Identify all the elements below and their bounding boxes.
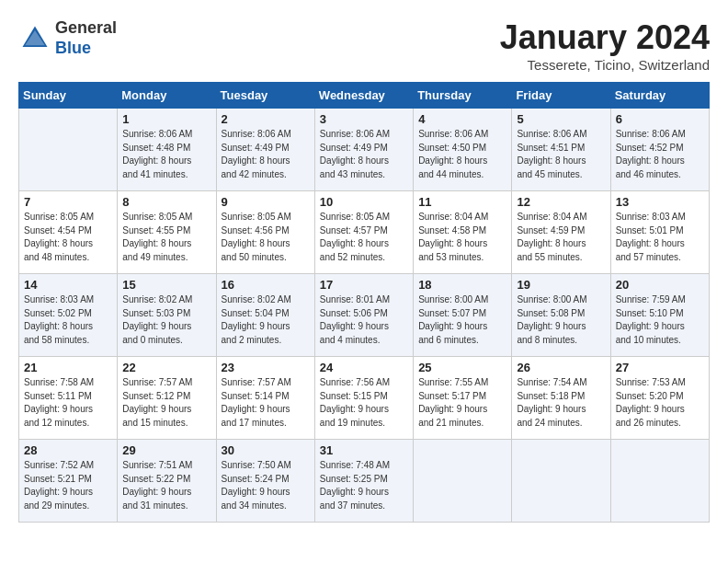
day-info: Sunrise: 7:59 AM Sunset: 5:10 PM Dayligh… [616,293,704,347]
calendar-week-row: 21Sunrise: 7:58 AM Sunset: 5:11 PM Dayli… [19,357,710,440]
calendar-day-cell: 13Sunrise: 8:03 AM Sunset: 5:01 PM Dayli… [610,191,709,274]
day-info: Sunrise: 8:05 AM Sunset: 4:54 PM Dayligh… [24,211,112,264]
day-info: Sunrise: 8:06 AM Sunset: 4:49 PM Dayligh… [320,128,408,181]
logo-icon [18,22,51,55]
calendar-day-cell: 14Sunrise: 8:03 AM Sunset: 5:02 PM Dayli… [19,274,118,357]
day-number: 27 [616,361,704,374]
weekday-header: Sunday [19,83,118,109]
day-number: 2 [222,112,310,126]
calendar-day-cell: 23Sunrise: 7:57 AM Sunset: 5:14 PM Dayli… [216,357,314,440]
day-info: Sunrise: 8:00 AM Sunset: 5:07 PM Dayligh… [418,293,506,347]
calendar-week-row: 7Sunrise: 8:05 AM Sunset: 4:54 PM Daylig… [19,191,710,274]
day-number: 6 [616,112,704,126]
weekday-header: Saturday [610,83,709,109]
day-number: 28 [24,443,112,457]
calendar-day-cell: 28Sunrise: 7:52 AM Sunset: 5:21 PM Dayli… [19,440,118,523]
calendar-day-cell: 8Sunrise: 8:05 AM Sunset: 4:55 PM Daylig… [118,191,216,274]
day-number: 11 [418,195,506,209]
calendar-day-cell: 30Sunrise: 7:50 AM Sunset: 5:24 PM Dayli… [216,440,314,523]
day-info: Sunrise: 7:54 AM Sunset: 5:18 PM Dayligh… [517,376,605,430]
weekday-header: Tuesday [216,83,314,109]
day-info: Sunrise: 8:02 AM Sunset: 5:03 PM Dayligh… [122,293,210,347]
weekday-header: Thursday [414,83,512,109]
day-info: Sunrise: 8:06 AM Sunset: 4:52 PM Dayligh… [616,128,704,181]
calendar-day-cell: 10Sunrise: 8:05 AM Sunset: 4:57 PM Dayli… [314,191,413,274]
day-info: Sunrise: 7:52 AM Sunset: 5:21 PM Dayligh… [24,459,112,512]
day-info: Sunrise: 8:04 AM Sunset: 4:58 PM Dayligh… [418,211,506,264]
calendar-day-cell: 17Sunrise: 8:01 AM Sunset: 5:06 PM Dayli… [314,274,413,357]
calendar-day-cell: 25Sunrise: 7:55 AM Sunset: 5:17 PM Dayli… [414,357,512,440]
day-info: Sunrise: 8:06 AM Sunset: 4:51 PM Dayligh… [517,128,605,181]
calendar-day-cell: 6Sunrise: 8:06 AM Sunset: 4:52 PM Daylig… [610,109,709,191]
calendar-day-cell: 5Sunrise: 8:06 AM Sunset: 4:51 PM Daylig… [512,109,610,191]
calendar-day-cell: 16Sunrise: 8:02 AM Sunset: 5:04 PM Dayli… [216,274,314,357]
day-number: 17 [320,278,408,292]
calendar-week-row: 14Sunrise: 8:03 AM Sunset: 5:02 PM Dayli… [19,274,710,357]
day-number: 31 [320,443,408,457]
logo-general: General [55,18,117,37]
day-number: 16 [222,278,310,292]
calendar-day-cell [512,440,610,523]
day-info: Sunrise: 7:57 AM Sunset: 5:12 PM Dayligh… [122,376,210,430]
day-info: Sunrise: 8:03 AM Sunset: 5:01 PM Dayligh… [616,211,704,264]
calendar-day-cell: 21Sunrise: 7:58 AM Sunset: 5:11 PM Dayli… [19,357,118,440]
calendar-day-cell: 4Sunrise: 8:06 AM Sunset: 4:50 PM Daylig… [414,109,512,191]
day-info: Sunrise: 7:55 AM Sunset: 5:17 PM Dayligh… [418,376,506,430]
day-info: Sunrise: 8:06 AM Sunset: 4:48 PM Dayligh… [122,128,210,181]
calendar-day-cell: 1Sunrise: 8:06 AM Sunset: 4:48 PM Daylig… [118,109,216,191]
day-info: Sunrise: 8:06 AM Sunset: 4:49 PM Dayligh… [222,128,310,181]
calendar-day-cell: 27Sunrise: 7:53 AM Sunset: 5:20 PM Dayli… [610,357,709,440]
day-number: 4 [418,112,506,126]
day-number: 23 [222,361,310,374]
calendar-day-cell: 20Sunrise: 7:59 AM Sunset: 5:10 PM Dayli… [610,274,709,357]
day-info: Sunrise: 8:00 AM Sunset: 5:08 PM Dayligh… [517,293,605,347]
day-info: Sunrise: 8:04 AM Sunset: 4:59 PM Dayligh… [517,211,605,264]
day-info: Sunrise: 7:56 AM Sunset: 5:15 PM Dayligh… [320,376,408,430]
calendar-day-cell: 3Sunrise: 8:06 AM Sunset: 4:49 PM Daylig… [314,109,413,191]
day-info: Sunrise: 7:57 AM Sunset: 5:14 PM Dayligh… [222,376,310,430]
day-info: Sunrise: 8:01 AM Sunset: 5:06 PM Dayligh… [320,293,408,347]
calendar-week-row: 1Sunrise: 8:06 AM Sunset: 4:48 PM Daylig… [19,109,710,191]
weekday-header: Wednesday [314,83,413,109]
calendar-day-cell [414,440,512,523]
day-number: 8 [122,195,210,209]
day-number: 21 [24,361,112,374]
calendar-day-cell: 9Sunrise: 8:05 AM Sunset: 4:56 PM Daylig… [216,191,314,274]
calendar-day-cell: 24Sunrise: 7:56 AM Sunset: 5:15 PM Dayli… [314,357,413,440]
day-number: 10 [320,195,408,209]
weekday-header-row: SundayMondayTuesdayWednesdayThursdayFrid… [19,83,710,109]
calendar-day-cell: 12Sunrise: 8:04 AM Sunset: 4:59 PM Dayli… [512,191,610,274]
weekday-header: Friday [512,83,610,109]
calendar-day-cell: 22Sunrise: 7:57 AM Sunset: 5:12 PM Dayli… [118,357,216,440]
calendar-day-cell: 19Sunrise: 8:00 AM Sunset: 5:08 PM Dayli… [512,274,610,357]
day-info: Sunrise: 7:58 AM Sunset: 5:11 PM Dayligh… [24,376,112,430]
calendar-day-cell: 2Sunrise: 8:06 AM Sunset: 4:49 PM Daylig… [216,109,314,191]
day-info: Sunrise: 7:50 AM Sunset: 5:24 PM Dayligh… [222,459,310,512]
day-info: Sunrise: 7:51 AM Sunset: 5:22 PM Dayligh… [122,459,210,512]
page-header: General Blue January 2024 Tesserete, Tic… [18,18,710,73]
day-number: 9 [222,195,310,209]
calendar-day-cell [610,440,709,523]
day-number: 7 [24,195,112,209]
day-info: Sunrise: 7:48 AM Sunset: 5:25 PM Dayligh… [320,459,408,512]
calendar-week-row: 28Sunrise: 7:52 AM Sunset: 5:21 PM Dayli… [19,440,710,523]
day-number: 13 [616,195,704,209]
logo-text: General Blue [55,18,117,58]
day-number: 22 [122,361,210,374]
month-title: January 2024 [500,18,710,57]
day-number: 1 [122,112,210,126]
day-number: 19 [517,278,605,292]
day-info: Sunrise: 8:05 AM Sunset: 4:57 PM Dayligh… [320,211,408,264]
day-number: 26 [517,361,605,374]
title-area: January 2024 Tesserete, Ticino, Switzerl… [500,18,710,73]
calendar-day-cell: 15Sunrise: 8:02 AM Sunset: 5:03 PM Dayli… [118,274,216,357]
logo-blue: Blue [55,39,91,57]
day-number: 5 [517,112,605,126]
day-info: Sunrise: 8:03 AM Sunset: 5:02 PM Dayligh… [24,293,112,347]
day-number: 18 [418,278,506,292]
day-info: Sunrise: 7:53 AM Sunset: 5:20 PM Dayligh… [616,376,704,430]
day-info: Sunrise: 8:05 AM Sunset: 4:55 PM Dayligh… [122,211,210,264]
day-number: 30 [222,443,310,457]
calendar-day-cell: 7Sunrise: 8:05 AM Sunset: 4:54 PM Daylig… [19,191,118,274]
day-number: 24 [320,361,408,374]
